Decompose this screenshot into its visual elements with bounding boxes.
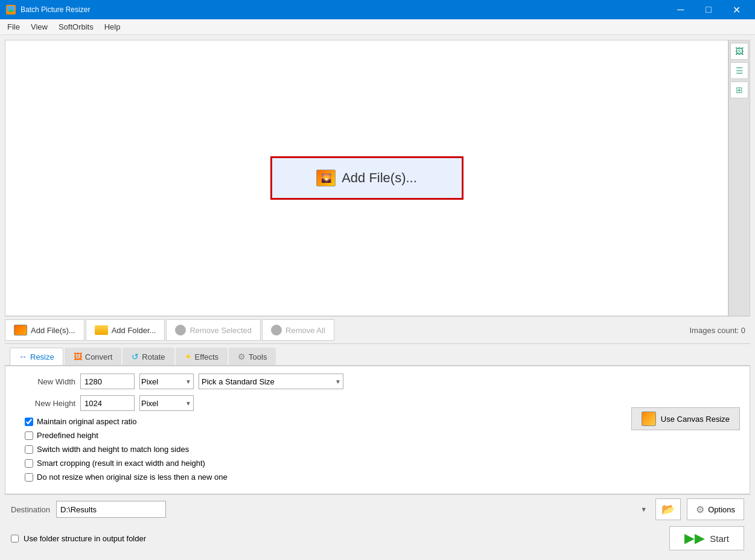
- footer-bar: Use folder structure in output folder ▶▶…: [5, 524, 750, 554]
- start-icon: ▶▶: [684, 530, 705, 546]
- form-rows-left: New Width Pixel Percent Inch Cm ▼: [15, 374, 617, 486]
- rotate-tab-label: Rotate: [142, 352, 165, 361]
- add-folder-button[interactable]: Add Folder...: [86, 319, 165, 341]
- maintain-aspect-checkbox[interactable]: [25, 418, 33, 426]
- maintain-aspect-label[interactable]: Maintain original aspect ratio: [37, 417, 136, 426]
- app-icon: [5, 4, 17, 16]
- settings-row: New Width Pixel Percent Inch Cm ▼: [15, 374, 740, 486]
- width-row: New Width Pixel Percent Inch Cm ▼: [15, 374, 617, 389]
- add-files-label: Add File(s)...: [31, 326, 75, 335]
- canvas-resize-container: Use Canvas Resize: [631, 407, 740, 430]
- menu-bar: File View SoftOrbits Help: [0, 19, 755, 35]
- convert-tab-icon: 🖼: [74, 352, 82, 361]
- image-wrapper: 🌄 Add File(s)... 🖼 ☰ ⊞: [5, 40, 750, 316]
- remove-all-label: Remove All: [285, 326, 325, 335]
- settings-panel: ↔ Resize 🖼 Convert ↺ Rotate ✦ Effects ⚙: [5, 343, 750, 494]
- use-folder-structure-label[interactable]: Use folder structure in output folder: [24, 534, 146, 543]
- browse-icon: 📂: [661, 503, 675, 516]
- smart-crop-label[interactable]: Smart cropping (result in exact width an…: [37, 459, 205, 468]
- menu-file[interactable]: File: [2, 21, 25, 33]
- remove-selected-button[interactable]: Remove Selected: [166, 319, 261, 341]
- new-width-label: New Width: [15, 377, 75, 386]
- tab-resize[interactable]: ↔ Resize: [10, 348, 63, 365]
- remove-all-button[interactable]: Remove All: [262, 319, 334, 341]
- images-count: Images count: 0: [690, 326, 751, 335]
- destination-label: Destination: [11, 505, 50, 514]
- canvas-icon: [642, 412, 656, 426]
- remove-selected-label: Remove Selected: [190, 326, 252, 335]
- height-row: New Height Pixel Percent Inch Cm ▼: [15, 395, 617, 411]
- options-button[interactable]: ⚙ Options: [687, 498, 744, 520]
- maintain-aspect-row: Maintain original aspect ratio: [25, 417, 617, 426]
- image-area: 🌄 Add File(s)...: [5, 40, 728, 316]
- main-container: 🌄 Add File(s)... 🖼 ☰ ⊞ Add File(s)... Ad…: [0, 35, 755, 559]
- tab-rotate[interactable]: ↺ Rotate: [123, 348, 174, 365]
- smart-crop-checkbox[interactable]: [25, 459, 33, 468]
- options-label: Options: [708, 505, 735, 514]
- add-file-center-icon: 🌄: [316, 170, 336, 186]
- view-grid-button[interactable]: ⊞: [730, 81, 748, 98]
- effects-tab-label: Effects: [195, 352, 219, 361]
- add-folder-icon: [95, 325, 108, 335]
- settings-content: New Width Pixel Percent Inch Cm ▼: [5, 366, 750, 494]
- view-thumbnails-button[interactable]: 🖼: [730, 43, 748, 60]
- image-canvas[interactable]: 🌄 Add File(s)...: [5, 40, 728, 316]
- maximize-button[interactable]: □: [695, 0, 722, 19]
- start-button[interactable]: ▶▶ Start: [669, 526, 744, 550]
- switch-wh-row: Switch width and height to match long si…: [25, 445, 617, 454]
- menu-view[interactable]: View: [26, 21, 53, 33]
- no-resize-checkbox[interactable]: [25, 473, 33, 482]
- close-button[interactable]: ✕: [722, 0, 750, 19]
- predefined-height-row: Predefined height: [25, 431, 617, 440]
- new-width-input[interactable]: [80, 374, 135, 389]
- effects-tab-icon: ✦: [185, 352, 192, 361]
- new-height-input[interactable]: [80, 395, 135, 411]
- right-sidebar: 🖼 ☰ ⊞: [728, 40, 750, 316]
- no-resize-label[interactable]: Do not resize when original size is less…: [37, 472, 228, 482]
- resize-tab-label: Resize: [30, 352, 54, 361]
- use-canvas-resize-button[interactable]: Use Canvas Resize: [631, 407, 740, 430]
- add-files-button[interactable]: Add File(s)...: [5, 319, 84, 341]
- resize-tab-icon: ↔: [19, 352, 27, 361]
- window-controls: ─ □ ✕: [667, 0, 750, 19]
- add-files-center-button[interactable]: 🌄 Add File(s)...: [270, 156, 464, 200]
- height-unit-wrapper: Pixel Percent Inch Cm ▼: [139, 395, 194, 411]
- tools-tab-label: Tools: [249, 352, 267, 361]
- no-resize-row: Do not resize when original size is less…: [25, 472, 617, 482]
- tab-tools[interactable]: ⚙ Tools: [229, 348, 276, 365]
- use-canvas-label: Use Canvas Resize: [661, 415, 730, 424]
- destination-input[interactable]: [56, 501, 166, 518]
- tab-effects[interactable]: ✦ Effects: [176, 348, 228, 365]
- tools-tab-icon: ⚙: [238, 352, 246, 361]
- new-height-label: New Height: [15, 399, 75, 408]
- menu-help[interactable]: Help: [100, 21, 126, 33]
- browse-destination-button[interactable]: 📂: [655, 498, 681, 520]
- start-label: Start: [710, 533, 729, 544]
- remove-all-icon: [271, 325, 282, 336]
- view-list-button[interactable]: ☰: [730, 62, 748, 79]
- menu-softorbits[interactable]: SoftOrbits: [54, 21, 98, 33]
- width-unit-select[interactable]: Pixel Percent Inch Cm: [139, 374, 194, 389]
- standard-size-select[interactable]: Pick a Standard Size 800x600 1024x768 12…: [199, 374, 343, 389]
- add-files-center-label: Add File(s)...: [342, 170, 417, 186]
- predefined-height-label[interactable]: Predefined height: [37, 431, 98, 440]
- height-unit-select[interactable]: Pixel Percent Inch Cm: [139, 395, 194, 411]
- width-unit-wrapper: Pixel Percent Inch Cm ▼: [139, 374, 194, 389]
- switch-wh-label[interactable]: Switch width and height to match long si…: [37, 445, 189, 454]
- app-title: Batch Picture Resizer: [21, 5, 667, 14]
- predefined-height-checkbox[interactable]: [25, 431, 33, 440]
- remove-selected-icon: [175, 325, 186, 336]
- content-wrapper: 🌄 Add File(s)... 🖼 ☰ ⊞ Add File(s)... Ad…: [5, 40, 750, 554]
- convert-tab-label: Convert: [85, 352, 113, 361]
- smart-crop-row: Smart cropping (result in exact width an…: [25, 459, 617, 468]
- action-toolbar: Add File(s)... Add Folder... Remove Sele…: [5, 316, 750, 343]
- title-bar: Batch Picture Resizer ─ □ ✕: [0, 0, 755, 19]
- destination-dropdown-arrow: ▼: [640, 506, 647, 513]
- rotate-tab-icon: ↺: [132, 352, 139, 361]
- switch-wh-checkbox[interactable]: [25, 445, 33, 454]
- minimize-button[interactable]: ─: [667, 0, 695, 19]
- tab-convert[interactable]: 🖼 Convert: [65, 348, 122, 365]
- standard-size-wrapper: Pick a Standard Size 800x600 1024x768 12…: [199, 374, 343, 389]
- destination-bar: Destination ▼ 📂 ⚙ Options: [5, 494, 750, 524]
- use-folder-structure-checkbox[interactable]: [11, 535, 19, 542]
